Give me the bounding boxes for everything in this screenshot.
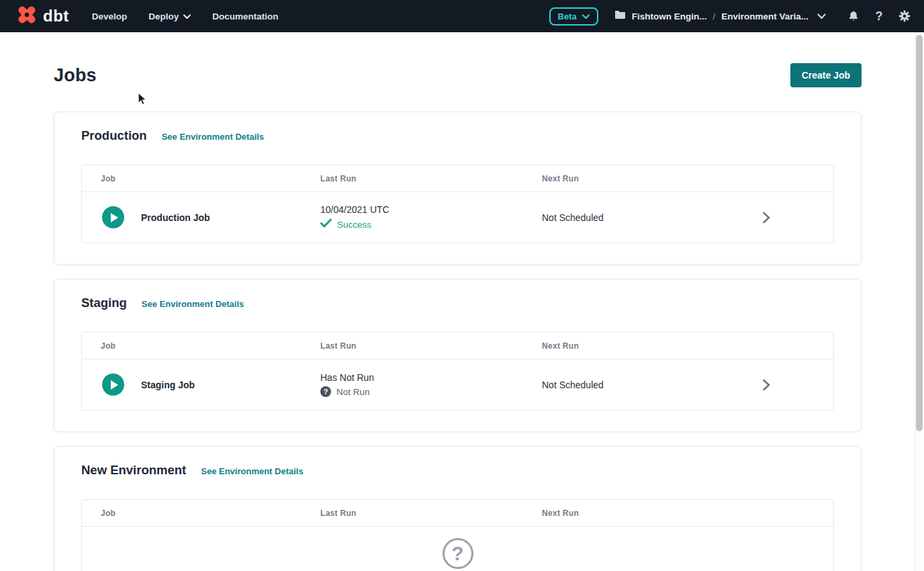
chevron-down-icon	[817, 10, 826, 22]
nav-item-label: Deploy	[148, 11, 179, 21]
last-run-status: ? Not Run	[320, 386, 542, 397]
main-nav: Develop Deploy Documentation	[92, 11, 300, 21]
status-label: Not Run	[336, 387, 370, 397]
notifications-bell-icon[interactable]	[846, 8, 861, 24]
last-run-date: 10/04/2021 UTC	[320, 204, 542, 215]
vertical-scrollbar-track[interactable]	[915, 32, 924, 571]
beta-label: Beta	[558, 11, 577, 21]
column-header-last-run: Last Run	[320, 174, 542, 183]
top-navbar: dbt Develop Deploy Documentation Beta Fi…	[0, 0, 924, 32]
play-icon	[111, 213, 118, 222]
jobs-table-header: Job Last Run Next Run	[82, 333, 833, 359]
environment-card-staging: Staging See Environment Details Job Last…	[54, 279, 862, 432]
job-row-production-job[interactable]: Production Job 10/04/2021 UTC Success No…	[82, 192, 833, 243]
nav-item-deploy[interactable]: Deploy	[148, 11, 191, 21]
see-environment-details-link[interactable]: See Environment Details	[162, 132, 264, 142]
dbt-logo[interactable]: dbt	[15, 3, 69, 30]
column-header-next-run: Next Run	[542, 341, 753, 351]
empty-state-question-circle-icon: ?	[443, 538, 473, 569]
chevron-right-icon	[763, 212, 770, 224]
environment-header: New Environment See Environment Details	[81, 463, 834, 478]
check-icon	[320, 218, 332, 230]
navbar-right: Beta Fishtown Engin... / Environment Var…	[549, 7, 913, 26]
column-header-last-run: Last Run	[320, 509, 542, 518]
run-job-play-button[interactable]	[102, 206, 124, 228]
breadcrumb-project[interactable]: Environment Varia...	[721, 11, 808, 21]
empty-jobs-body: ?	[82, 527, 833, 571]
create-job-button[interactable]: Create Job	[790, 63, 862, 87]
project-breadcrumb[interactable]: Fishtown Engin... / Environment Varia...	[614, 10, 826, 22]
jobs-page: Jobs Create Job Production See Environme…	[54, 32, 862, 571]
page-title: Jobs	[54, 65, 97, 86]
next-run-cell: Not Scheduled	[542, 212, 753, 223]
jobs-table: Job Last Run Next Run ?	[81, 499, 834, 571]
environment-header: Staging See Environment Details	[81, 296, 834, 310]
job-cell: Production Job	[101, 206, 320, 228]
nav-item-label: Develop	[92, 11, 128, 21]
play-icon	[111, 380, 118, 390]
next-run-cell: Not Scheduled	[542, 380, 753, 390]
job-row-staging-job[interactable]: Staging Job Has Not Run ? Not Run Not Sc…	[82, 359, 833, 410]
column-header-job: Job	[101, 341, 320, 351]
nav-item-label: Documentation	[212, 11, 278, 21]
page-header: Jobs Create Job	[54, 63, 862, 87]
last-run-status: Success	[320, 218, 542, 230]
last-run-cell: 10/04/2021 UTC Success	[320, 204, 542, 230]
environment-name: Production	[81, 128, 147, 143]
see-environment-details-link[interactable]: See Environment Details	[201, 466, 303, 476]
row-chevron[interactable]	[753, 212, 780, 224]
beta-selector[interactable]: Beta	[549, 7, 598, 26]
environment-header: Production See Environment Details	[81, 128, 834, 143]
nav-item-documentation[interactable]: Documentation	[212, 11, 278, 21]
environment-card-new-environment: New Environment See Environment Details …	[54, 446, 862, 571]
column-header-next-run: Next Run	[542, 509, 753, 518]
status-label: Success	[337, 220, 371, 230]
settings-gear-icon[interactable]	[897, 8, 912, 24]
see-environment-details-link[interactable]: See Environment Details	[142, 299, 244, 309]
vertical-scrollbar-thumb[interactable]	[916, 35, 923, 431]
last-run-date: Has Not Run	[320, 372, 542, 383]
row-chevron[interactable]	[753, 379, 780, 391]
jobs-table: Job Last Run Next Run Staging Job Has No…	[81, 332, 834, 410]
chevron-down-icon	[183, 11, 191, 21]
help-icon[interactable]: ?	[872, 8, 886, 24]
job-name: Staging Job	[141, 380, 195, 390]
run-job-play-button[interactable]	[102, 374, 124, 396]
job-cell: Staging Job	[101, 374, 320, 396]
folder-icon	[614, 10, 626, 22]
column-header-next-run: Next Run	[542, 174, 753, 183]
breadcrumb-separator: /	[712, 11, 715, 21]
breadcrumb-account[interactable]: Fishtown Engin...	[632, 11, 707, 21]
dbt-logo-text: dbt	[43, 8, 69, 24]
environment-name: New Environment	[81, 463, 186, 478]
question-circle-icon: ?	[320, 386, 331, 397]
nav-item-develop[interactable]: Develop	[92, 11, 128, 21]
jobs-table-header: Job Last Run Next Run	[82, 165, 833, 192]
chevron-right-icon	[763, 379, 770, 391]
column-header-job: Job	[101, 174, 320, 183]
column-header-job: Job	[101, 509, 320, 518]
jobs-table-header: Job Last Run Next Run	[82, 500, 833, 527]
chevron-down-icon	[582, 11, 590, 21]
jobs-table: Job Last Run Next Run Production Job 10/…	[81, 165, 834, 243]
environment-card-production: Production See Environment Details Job L…	[54, 112, 862, 265]
dbt-logo-icon	[15, 3, 39, 30]
last-run-cell: Has Not Run ? Not Run	[320, 372, 542, 397]
column-header-last-run: Last Run	[320, 341, 542, 351]
job-name: Production Job	[141, 212, 210, 223]
environment-name: Staging	[81, 296, 127, 310]
